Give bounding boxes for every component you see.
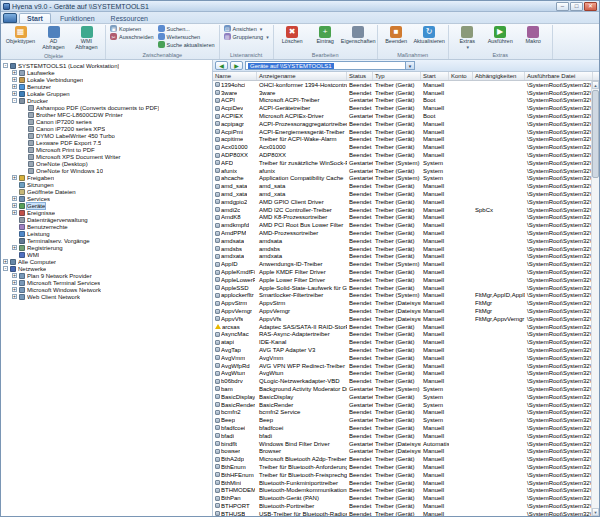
table-row[interactable]: ACPIEXMicrosoft ACPIEx-DriverGestartetTr… — [213, 112, 599, 120]
tree-item-microsoft-xps-document-writer[interactable]: Microsoft XPS Document Writer — [1, 153, 212, 160]
table-row[interactable]: amd_sataamd_sataBeendetTreiber (Gerät)Ma… — [213, 182, 599, 190]
column-header-abh-ngigkeiten[interactable]: Abhängigkeiten — [473, 72, 525, 80]
table-row[interactable]: AsyncMacRAS-Async-AdaptertreiberBeendetT… — [213, 331, 599, 339]
expand-icon[interactable]: + — [12, 273, 17, 278]
table-row[interactable]: Acx01000Acx01000BeendetTreiber (Gerät)Ma… — [213, 143, 599, 151]
tree-item-services[interactable]: +Services — [1, 195, 212, 202]
table-row[interactable]: AcpiDevACPI-GerätetreiberBeendetTreiber … — [213, 104, 599, 112]
suche-aktualisieren-button[interactable]: Suche aktualisieren — [157, 41, 216, 48]
table-row[interactable]: 1394ohciOHCI-konformer 1394-Hostcontroll… — [213, 81, 599, 89]
tree-item-systemtools1-local-workstation[interactable]: -SYSTEMTOOLS1 (Local Workstation) — [1, 62, 212, 69]
tree-item-laufwerke[interactable]: +Laufwerke — [1, 69, 212, 76]
chevron-down-icon[interactable]: ▾ — [405, 62, 414, 69]
tree-item-plan-9-network-provider[interactable]: +Plan 9 Network Provider — [1, 272, 212, 279]
tab-funktionen[interactable]: Funktionen — [53, 14, 102, 23]
tree-item-microsoft-windows-network[interactable]: +Microsoft Windows Network — [1, 286, 212, 293]
table-row[interactable]: AmdPPMAMD-ProzessortreiberBeendetTreiber… — [213, 229, 599, 237]
tree-item-freigaben[interactable]: +Freigaben — [1, 174, 212, 181]
ad-abfragen-button[interactable]: AD Abfragen — [38, 25, 69, 52]
tree-item-registrierung[interactable]: +Registrierung — [1, 244, 212, 251]
expand-icon[interactable]: + — [12, 77, 17, 82]
tree-item-terminalserv-vorg-nge[interactable]: Terminalserv. Vorgänge — [1, 237, 212, 244]
tree-item-web-client-network[interactable]: +Web Client Network — [1, 293, 212, 300]
expand-icon[interactable]: + — [12, 175, 17, 180]
aktualisieren-button[interactable]: ↻Aktualisieren — [414, 25, 445, 46]
table-row[interactable]: AppvStrmAppvStrmBeendetTreiber (Dateisys… — [213, 299, 599, 307]
column-header-name[interactable]: Name — [213, 72, 257, 80]
tree-item-alle-computer[interactable]: +Alle Computer — [1, 258, 212, 265]
eigenschaften-button[interactable]: Eigenschaften — [343, 25, 374, 46]
table-row[interactable]: BTHUSBUSB-Treiber für Bluetooth-RadiosBe… — [213, 510, 599, 516]
tree-item-benutzer[interactable]: +Benutzer — [1, 83, 212, 90]
collapse-icon[interactable]: - — [3, 63, 8, 68]
table-row[interactable]: BTHPORTBluetooth-PorttreiberBeendetTreib… — [213, 502, 599, 510]
expand-icon[interactable]: + — [3, 259, 8, 264]
table-row[interactable]: BeepBeepGestartetTreiber (Gerät)System\S… — [213, 416, 599, 424]
tree-item-ger-te[interactable]: +Geräte — [1, 202, 212, 209]
tree-item-drucker[interactable]: -Drucker — [1, 97, 212, 104]
table-row[interactable]: amdsataamdsataBeendetTreiber (Gerät)Manu… — [213, 237, 599, 245]
tab-start[interactable]: Start — [19, 13, 51, 23]
table-row[interactable]: AmdK8AMD K8-ProzessortreiberBeendetTreib… — [213, 214, 599, 222]
close-button[interactable]: ✕ — [584, 2, 597, 11]
table-row[interactable]: bcmfn2bcmfn2 ServiceBeendetTreiber (Gerä… — [213, 408, 599, 416]
scroll-down-icon[interactable]: ▼ — [592, 508, 599, 516]
table-row[interactable]: acpipagrACPI-ProzessoraggregatortreiberB… — [213, 120, 599, 128]
maximize-button[interactable]: □ — [570, 2, 583, 11]
table-row[interactable]: ahcacheApplication Compatibility CacheGe… — [213, 175, 599, 183]
kopieren-button[interactable]: ▣Kopieren — [109, 25, 155, 32]
collapse-icon[interactable]: - — [3, 266, 8, 271]
scrollbar-thumb[interactable] — [592, 90, 599, 178]
tree-item-ereignisse[interactable]: +Ereignisse — [1, 209, 212, 216]
tree-item-canon-ip7200-series-xps[interactable]: Canon iP7200 series XPS — [1, 125, 212, 132]
tab-ressourcen[interactable]: Ressourcen — [104, 14, 155, 23]
table-row[interactable]: AppIDAnwendungs-ID-TreiberBeendetTreiber… — [213, 260, 599, 268]
tree-item-benutzerrechte[interactable]: Benutzerrechte — [1, 223, 212, 230]
table-row[interactable]: applockerfltrSmartlocker-FiltertreiberBe… — [213, 292, 599, 300]
table-row[interactable]: BthA2dpMicrosoft Bluetooth A2dp-TreiberB… — [213, 455, 599, 463]
table-row[interactable]: amdgpio2AMD GPIO Client DriverBeendetTre… — [213, 198, 599, 206]
table-row[interactable]: BasicDisplayBasicDisplayGestartetTreiber… — [213, 393, 599, 401]
table-row[interactable]: atapiIDE-KanalBeendetTreiber (Gerät)Manu… — [213, 338, 599, 346]
table-row[interactable]: bowserBrowserGestartetTreiber (Dateisyst… — [213, 447, 599, 455]
expand-icon[interactable]: + — [12, 245, 17, 250]
table-row[interactable]: amdxataamdxataBeendetTreiber (Gerät)Manu… — [213, 253, 599, 261]
makro-button[interactable]: Makro — [518, 25, 549, 46]
tree-item-onenote-for-windows-10[interactable]: OneNote for Windows 10 — [1, 167, 212, 174]
table-row[interactable]: AppleKmdfFilterApple KMDF Filter DriverB… — [213, 268, 599, 276]
tree-item-lexware-pdf-export-7-5[interactable]: Lexware PDF Export 7.5 — [1, 139, 212, 146]
tree-item-ge-ffnete-dateien[interactable]: Geöffnete Dateien — [1, 188, 212, 195]
beenden-button[interactable]: ■Beenden — [381, 25, 412, 46]
table-row[interactable]: bindfltWindows Bind Filter DriverGestart… — [213, 440, 599, 448]
objekttypen-button[interactable]: ▦Objekttypen — [5, 25, 36, 46]
tree-item-ashampoo-pdf-converts-documents-to-pdf[interactable]: Ashampoo PDF (Converts documents to PDF) — [1, 104, 212, 111]
table-row[interactable]: arcsasAdaptec SAS/SATA-II RAID-StorPort-… — [213, 323, 599, 331]
tree-item-microsoft-print-to-pdf[interactable]: Microsoft Print to PDF — [1, 146, 212, 153]
location-combo[interactable]: Geräte auf \\SYSTEMTOOLS1 ▾ — [245, 61, 415, 70]
table-row[interactable]: bamBackground Activity Moderator DriverG… — [213, 385, 599, 393]
tree-item-lokale-verbindungen[interactable]: +Lokale Verbindungen — [1, 76, 212, 83]
table-row[interactable]: 3ware3wareBeendetTreiber (Gerät)Manuell\… — [213, 89, 599, 97]
tree-item-dymo-labelwriter-450-turbo[interactable]: DYMO LabelWriter 450 Turbo — [1, 132, 212, 139]
l-schen-button[interactable]: ✖Löschen — [277, 25, 308, 46]
expand-icon[interactable]: + — [12, 91, 17, 96]
table-row[interactable]: BthPanBluetooth-Gerät (PAN)BeendetTreibe… — [213, 494, 599, 502]
table-row[interactable]: AvgTapAVG TAP Adapter V3BeendetTreiber (… — [213, 346, 599, 354]
table-row[interactable]: AppvVemgrAppvVemgrBeendetTreiber (Dateis… — [213, 307, 599, 315]
table-row[interactable]: amdkmpfdAMD PCI Root Bus Lower FilterBee… — [213, 221, 599, 229]
table-row[interactable]: acpitimeTreiber für ACPI-Wake-AlarmBeend… — [213, 136, 599, 144]
table-row[interactable]: BthEnumTreiber für Bluetooth-Anforderung… — [213, 463, 599, 471]
table-row[interactable]: ACPIMicrosoft ACPI-TreiberGestartetTreib… — [213, 97, 599, 105]
eintrag-button[interactable]: +Eintrag — [310, 25, 341, 46]
tree-item-onenote-desktop[interactable]: OneNote (Desktop) — [1, 160, 212, 167]
minimize-button[interactable]: – — [556, 2, 569, 11]
suchen-button[interactable]: Suchen... — [157, 25, 216, 32]
expand-icon[interactable]: + — [12, 294, 17, 299]
table-row[interactable]: bfadfcoeibfadfcoeiBeendetTreiber (Gerät)… — [213, 424, 599, 432]
tree-item-leistung[interactable]: Leistung — [1, 230, 212, 237]
collapse-icon[interactable]: - — [12, 98, 17, 103]
table-row[interactable]: b06bdrvQLogic-Netzwerkadapter-VBDBeendet… — [213, 377, 599, 385]
expand-icon[interactable]: + — [12, 196, 17, 201]
expand-icon[interactable]: + — [12, 203, 17, 208]
forward-arrow-icon[interactable]: ▶ — [230, 61, 243, 70]
